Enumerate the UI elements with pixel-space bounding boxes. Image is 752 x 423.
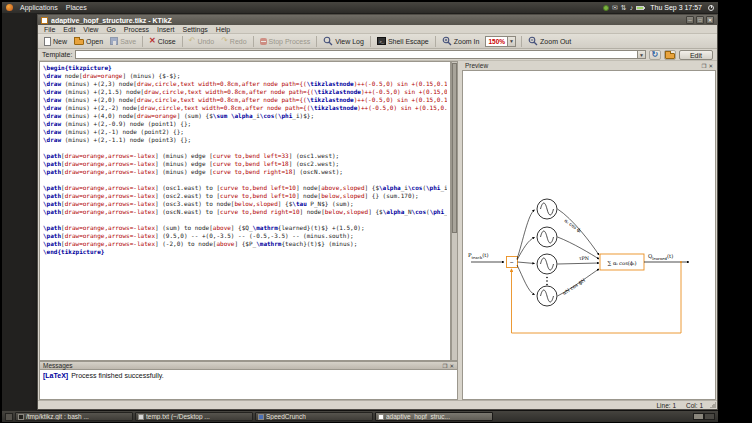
text-editor-icon — [138, 414, 144, 420]
chevron-down-icon[interactable]: ▼ — [507, 37, 515, 46]
code-line: \path[draw=orange,arrows=-latex] (9.5,0)… — [43, 232, 447, 240]
edge-minus-osc2 — [517, 238, 535, 261]
minimize-button[interactable]: ─ — [686, 16, 694, 24]
status-line: Line: 1 — [656, 402, 676, 409]
status-col: Col: 1 — [686, 402, 703, 409]
template-row: Template: ▼ ↻ Edit — [38, 49, 717, 61]
edit-template-button[interactable]: Edit — [679, 50, 713, 60]
zoom-in-button[interactable]: Zoom In — [439, 35, 483, 47]
zoom-combobox[interactable]: 150% ▼ — [485, 36, 516, 47]
toolbar-separator — [435, 36, 436, 47]
code-line: \draw (minus) +(2,3) node[draw,circle,te… — [43, 80, 447, 88]
preview-title: Preview — [465, 62, 488, 69]
system-tray: ✉ ⇅ ♪ Thu Sep 3 17:57 — [603, 4, 714, 11]
code-line — [43, 176, 447, 184]
scrollbar-thumb[interactable] — [452, 63, 457, 233]
ktikz-icon — [378, 414, 384, 420]
code-line: \draw (minus) +(2,-2) node[draw,circle,t… — [43, 104, 447, 112]
shell-escape-button[interactable]: >_Shell Escape — [374, 36, 432, 46]
code-line: \draw (minus) +(2,-1) node (point2) {}; — [43, 128, 447, 136]
battery-icon[interactable] — [636, 6, 644, 10]
taskbar-item-terminal[interactable]: /tmp/ktikz.git : bash ... — [15, 412, 133, 421]
toolbar-separator — [316, 36, 317, 47]
distro-logo-icon[interactable] — [6, 4, 13, 11]
workspace-2[interactable] — [704, 413, 715, 420]
stop-icon — [260, 38, 267, 45]
message-text: Process finished successfully. — [71, 372, 163, 379]
close-button[interactable]: ✕Close — [146, 36, 179, 46]
code-line: \draw node[draw=orange] (minus) {$-$}; — [43, 72, 447, 80]
view-log-button[interactable]: View Log — [320, 35, 367, 47]
save-button[interactable]: Save — [107, 36, 139, 46]
menu-file[interactable]: File — [40, 26, 59, 33]
menu-process[interactable]: Process — [120, 26, 153, 33]
menu-settings[interactable]: Settings — [179, 26, 212, 33]
messages-title: Messages — [43, 362, 73, 369]
maximize-button[interactable]: □ — [696, 16, 704, 24]
menu-go[interactable]: Go — [102, 26, 119, 33]
places-menu[interactable]: Places — [62, 4, 91, 11]
browse-template-button[interactable] — [664, 50, 676, 60]
edge-mid-label: τPN — [579, 256, 589, 261]
code-line — [43, 144, 447, 152]
toolbar-separator — [253, 36, 254, 47]
float-dock-icon[interactable]: ❐ — [442, 363, 447, 369]
network-icon[interactable]: ⇅ — [621, 4, 627, 11]
close-dock-icon[interactable]: ✕ — [449, 363, 454, 369]
applications-menu[interactable]: Applications — [16, 4, 62, 11]
redo-icon: ↷ — [221, 37, 228, 45]
statusbar: Line: 1 Col: 1 — [38, 400, 717, 409]
tikz-diagram: Pteach(t) − — [463, 71, 715, 399]
mail-icon[interactable]: ✉ — [612, 4, 618, 11]
menu-help[interactable]: Help — [212, 26, 234, 33]
reload-template-button[interactable]: ↻ — [649, 50, 661, 60]
updates-icon[interactable] — [603, 5, 609, 11]
open-button[interactable]: Open — [71, 36, 106, 46]
titlebar[interactable]: adaptive_hopf_structure.tikz - KTikZ ─ □… — [38, 15, 717, 25]
toolbar-separator — [142, 36, 143, 47]
code-line: \begin{tikzpicture} — [43, 64, 447, 72]
float-dock-icon[interactable]: ❐ — [701, 63, 706, 69]
edge-top-label: αᵢ cos ϕᵢ — [564, 218, 583, 234]
code-line: \path[draw=orange,arrows=-latex] (minus)… — [43, 168, 447, 176]
preview-dock-header: Preview ❐ ✕ — [462, 61, 716, 70]
code-line: \path[draw=orange,arrows=-latex] (minus)… — [43, 152, 447, 160]
sum-label: ∑ αᵢ cos(ϕᵢ) — [608, 260, 637, 267]
junction-dot — [680, 261, 682, 263]
close-window-button[interactable]: ✕ — [706, 16, 714, 24]
stop-process-button[interactable]: Stop Process — [257, 37, 314, 46]
power-icon[interactable] — [708, 5, 714, 11]
edge-osc3-sum — [558, 263, 600, 264]
new-button[interactable]: New — [41, 36, 70, 47]
menu-insert[interactable]: Insert — [153, 26, 179, 33]
editor-scrollbar[interactable] — [451, 61, 458, 361]
window-icon — [41, 17, 48, 24]
code-line: \draw (minus) +(2,-1.1) node (point3) {}… — [43, 136, 447, 144]
code-line: \path[draw=orange,arrows=-latex] (osc2.e… — [43, 192, 447, 200]
undo-button[interactable]: ↶Undo — [186, 36, 217, 46]
clock[interactable]: Thu Sep 3 17:57 — [650, 4, 702, 11]
volume-icon[interactable]: ♪ — [630, 4, 634, 11]
chevron-down-icon[interactable]: ▼ — [637, 51, 645, 58]
show-desktop-button[interactable] — [5, 413, 13, 421]
template-combobox[interactable]: ▼ — [75, 50, 646, 59]
reload-icon: ↻ — [652, 51, 659, 59]
resize-grip[interactable] — [710, 402, 716, 408]
code-line: \path[draw=orange,arrows=-latex] (sum) t… — [43, 224, 447, 232]
redo-button[interactable]: ↷Redo — [218, 36, 249, 46]
close-dock-icon[interactable]: ✕ — [708, 63, 713, 69]
zoom-out-button[interactable]: Zoom Out — [525, 35, 574, 47]
p-teach-label: Pteach(t) — [468, 252, 488, 260]
taskbar-item-speedcrunch[interactable]: SpeedCrunch — [255, 412, 373, 421]
terminal-icon: >_ — [377, 37, 386, 45]
preview-dock: Preview ❐ ✕ Pteach(t) — [462, 61, 716, 400]
workspace-1[interactable] — [693, 413, 704, 420]
taskbar-item-ktikz[interactable]: adaptive_hopf_struc... — [375, 412, 493, 421]
code-line: \draw (minus) +(2,0) node[draw,circle,te… — [43, 96, 447, 104]
menu-view[interactable]: View — [79, 26, 102, 33]
terminal-icon — [18, 414, 24, 420]
taskbar-item-texteditor[interactable]: temp.txt (~/Desktop ... — [135, 412, 253, 421]
menu-edit[interactable]: Edit — [59, 26, 79, 33]
code-editor[interactable]: \begin{tikzpicture}\draw node[draw=orang… — [39, 61, 451, 361]
ellipsis-dots — [546, 277, 548, 286]
